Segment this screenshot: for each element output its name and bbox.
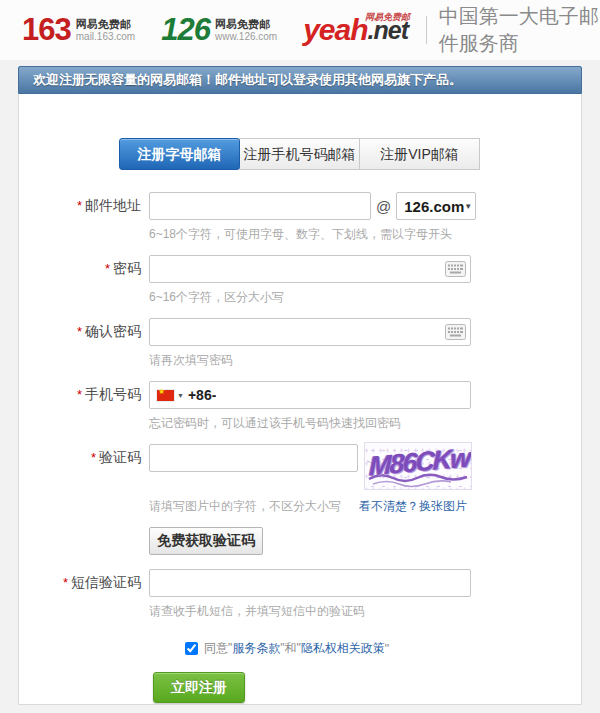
- domain-selected-value: 126.com: [404, 198, 464, 215]
- logo-126-number: 126: [161, 12, 210, 48]
- email-input[interactable]: [149, 192, 371, 220]
- china-flag-icon[interactable]: [157, 390, 174, 401]
- captcha-hints: 请填写图片中的字符，不区分大小写 看不清楚？换张图片: [149, 498, 581, 515]
- required-mark: *: [91, 450, 96, 465]
- phone-input[interactable]: [216, 383, 470, 407]
- register-button[interactable]: 立即注册: [153, 672, 245, 703]
- captcha-hint: 请填写图片中的字符，不区分大小写: [149, 498, 341, 515]
- required-mark: *: [77, 324, 82, 339]
- required-mark: *: [77, 387, 82, 402]
- site-header: 163 网易免费邮 mail.163.com 126 网易免费邮 www.126…: [0, 0, 600, 60]
- password-hint: 6~16个字符，区分大小写: [149, 289, 581, 306]
- required-mark: *: [63, 575, 68, 590]
- phone-row: *手机号码 ▼ +86-: [19, 381, 581, 409]
- logo-163-number: 163: [22, 12, 71, 48]
- captcha-image[interactable]: M86CKw: [364, 442, 472, 490]
- chevron-down-icon[interactable]: ▼: [177, 392, 184, 399]
- keyboard-icon[interactable]: [445, 261, 466, 281]
- sms-code-row: *短信验证码: [19, 569, 581, 597]
- email-row: *邮件地址 @ 126.com ▼: [19, 192, 581, 220]
- agreement-prefix: 同意": [204, 640, 232, 657]
- header-divider: [426, 16, 427, 44]
- confirm-password-input[interactable]: [149, 318, 471, 346]
- logo-126[interactable]: 126 网易免费邮 www.126.com: [161, 12, 277, 48]
- agreement-row: 同意"服务条款"和"隐私权相关政策": [185, 640, 581, 657]
- phone-input-box: ▼ +86-: [149, 381, 471, 409]
- sms-code-label: *短信验证码: [19, 574, 149, 592]
- tab-vip-mailbox[interactable]: 注册VIP邮箱: [359, 138, 480, 170]
- chevron-down-icon: ▼: [464, 202, 472, 211]
- captcha-label: *验证码: [19, 449, 149, 467]
- keyboard-icon[interactable]: [445, 324, 466, 344]
- logo-163-url: mail.163.com: [76, 31, 135, 42]
- logo-163[interactable]: 163 网易免费邮 mail.163.com: [22, 12, 135, 48]
- agreement-middle: "和": [280, 640, 301, 657]
- captcha-refresh-link[interactable]: 看不清楚？换张图片: [359, 498, 467, 515]
- phone-hint: 忘记密码时，可以通过该手机号码快速找回密码: [149, 415, 581, 432]
- header-tagline: 中国第一大电子邮件服务商: [439, 3, 600, 57]
- get-code-button[interactable]: 免费获取验证码: [149, 527, 263, 555]
- email-hint: 6~18个字符，可使用字母、数字、下划线，需以字母开头: [149, 226, 581, 243]
- tab-letter-mailbox[interactable]: 注册字母邮箱: [119, 138, 240, 170]
- logo-126-cn: 网易免费邮: [215, 18, 277, 30]
- privacy-link[interactable]: 隐私权相关政策: [301, 640, 385, 657]
- welcome-banner: 欢迎注册无限容量的网易邮箱！邮件地址可以登录使用其他网易旗下产品。: [18, 66, 582, 94]
- password-row: *密码: [19, 255, 581, 283]
- sms-code-hint: 请查收手机短信，并填写短信中的验证码: [149, 603, 581, 620]
- tab-mobile-mailbox[interactable]: 注册手机号码邮箱: [239, 138, 360, 170]
- captcha-input[interactable]: [149, 444, 358, 472]
- phone-label: *手机号码: [19, 386, 149, 404]
- logo-yeah[interactable]: yeah .net 网易免费邮: [303, 13, 412, 47]
- confirm-password-row: *确认密码: [19, 318, 581, 346]
- logo-126-url: www.126.com: [215, 31, 277, 42]
- required-mark: *: [77, 198, 82, 213]
- email-label: *邮件地址: [19, 197, 149, 215]
- phone-country-prefix: +86-: [188, 387, 216, 403]
- register-tabs: 注册字母邮箱 注册手机号码邮箱 注册VIP邮箱: [119, 138, 481, 170]
- sms-code-input[interactable]: [149, 569, 471, 597]
- logo-yeah-red: yeah: [303, 13, 367, 47]
- agreement-suffix: ": [385, 642, 389, 656]
- agree-checkbox[interactable]: [185, 642, 198, 655]
- required-mark: *: [105, 261, 110, 276]
- terms-link[interactable]: 服务条款: [232, 640, 280, 657]
- logo-163-cn: 网易免费邮: [76, 18, 135, 30]
- confirm-password-hint: 请再次填写密码: [149, 352, 581, 369]
- password-input[interactable]: [149, 255, 471, 283]
- password-label: *密码: [19, 260, 149, 278]
- at-symbol: @: [376, 198, 391, 215]
- domain-select[interactable]: 126.com ▼: [396, 192, 476, 220]
- confirm-password-label: *确认密码: [19, 323, 149, 341]
- registration-panel: 注册字母邮箱 注册手机号码邮箱 注册VIP邮箱 *邮件地址 @ 126.com …: [18, 94, 582, 705]
- captcha-row: *验证码 M86CKw: [19, 444, 581, 490]
- welcome-banner-text: 欢迎注册无限容量的网易邮箱！邮件地址可以登录使用其他网易旗下产品。: [33, 71, 462, 89]
- logo-yeah-cn: 网易免费邮: [365, 11, 410, 24]
